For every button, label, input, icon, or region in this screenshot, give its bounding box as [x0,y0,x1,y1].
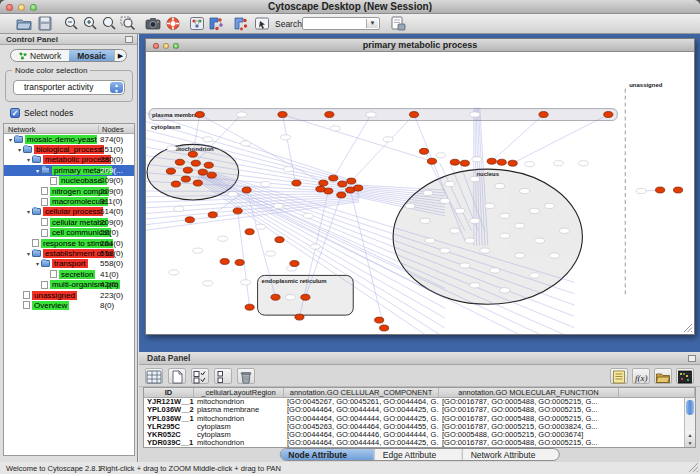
network-node-selected-function[interactable] [380,325,389,331]
zoom-selected-icon[interactable] [101,16,117,31]
layout-icon[interactable] [208,16,224,31]
frame-resize-grip[interactable] [683,323,693,333]
network-node-selected-function[interactable] [301,294,310,300]
function-builder-icon[interactable]: f(x) [632,368,650,384]
network-node[interactable] [440,198,450,203]
network-node[interactable] [520,188,530,193]
network-node[interactable] [480,248,490,253]
open-icon[interactable] [16,16,32,31]
network-node[interactable] [470,283,480,288]
expand-arrow-icon[interactable]: ▾ [7,136,14,143]
network-node[interactable] [470,218,480,223]
network-node[interactable] [203,137,213,142]
network-node[interactable] [515,223,525,228]
network-node[interactable] [405,203,415,208]
network-node-selected-function[interactable] [175,159,184,165]
zoom-fit-icon[interactable] [120,16,136,31]
network-node[interactable] [550,253,560,258]
network-node-selected-function[interactable] [233,208,242,214]
chevron-down-icon[interactable]: ▼ [366,19,378,28]
network-node[interactable] [274,203,284,208]
network-node-selected-function[interactable] [319,180,328,186]
network-node[interactable] [535,238,545,243]
network-node[interactable] [490,268,500,273]
network-node-selected-function[interactable] [171,181,180,187]
expand-arrow-icon[interactable]: ▾ [25,208,32,215]
network-node-selected-function[interactable] [325,112,334,118]
network-node-selected-function[interactable] [195,112,204,118]
network-node[interactable] [436,153,446,158]
network-node[interactable] [554,161,564,166]
network-node-selected-function[interactable] [316,186,325,192]
network-node[interactable] [470,177,480,182]
attribute-matrix-icon[interactable] [676,368,694,384]
network-tree-row[interactable]: response to stimulu264(0) [4,238,134,248]
search-combobox[interactable]: ▼ [302,17,380,30]
tab-node-attribute-browser[interactable]: Node Attribute Browser [280,449,375,460]
table-row[interactable]: YKR052Ccytoplasm[GO:0044464, GO:0044446,… [144,431,695,439]
network-node-selected-function[interactable] [245,304,254,310]
network-node-selected-function[interactable] [181,176,190,182]
network-node[interactable] [530,208,540,213]
column-header[interactable]: annotation.GO MOLECULAR_FUNCTION [439,388,619,397]
network-node[interactable] [485,203,495,208]
network-node-selected-function[interactable] [278,112,287,118]
help-icon[interactable] [165,16,181,31]
network-node-selected-function[interactable] [427,158,436,164]
snapshot-icon[interactable] [145,16,161,31]
select-attributes-icon[interactable] [191,368,209,384]
network-node[interactable] [167,146,177,151]
network-node-selected-function[interactable] [235,260,244,266]
network-node-selected-function[interactable] [450,159,459,165]
network-node-selected-function[interactable] [604,112,613,118]
network-node-selected-function[interactable] [183,167,192,173]
network-node[interactable] [203,281,213,286]
window-titlebar[interactable]: Cytoscape Desktop (New Session) [0,0,700,14]
network-node[interactable] [218,236,228,241]
network-node[interactable] [193,248,203,253]
network-node-selected-function[interactable] [198,169,207,175]
window-resize-grip[interactable] [688,462,699,473]
network-node[interactable] [285,295,295,300]
network-node[interactable] [281,135,291,140]
network-node[interactable] [237,112,247,117]
network-node-selected-function[interactable] [338,181,347,187]
network-node[interactable] [420,218,430,223]
network-node[interactable] [241,141,251,146]
network-node-selected-function[interactable] [290,261,299,267]
table-scrollbar[interactable]: ▲▼ [684,398,695,447]
tab-mosaic[interactable]: Mosaic [69,50,114,61]
network-tree-row[interactable]: ▾metabolic process280(0) [4,155,134,165]
network-tree-row[interactable]: cell communicat22(0) [4,228,134,238]
network-node-selected-function[interactable] [188,151,197,157]
expand-arrow-icon[interactable]: ▾ [34,260,41,267]
network-node-selected-function[interactable] [508,160,517,166]
compartment-nucleus[interactable] [393,169,582,304]
network-tree-row[interactable]: ▾establishment of lo558(0) [4,248,134,258]
network-node[interactable] [450,228,460,233]
network-node[interactable] [472,157,482,162]
network-node-selected-function[interactable] [185,217,194,223]
table-row[interactable]: YPL036W__1mitochondrion[GO:0044464, GO:0… [144,415,695,423]
network-node-selected-function[interactable] [208,212,217,218]
network-node-selected-function[interactable] [329,175,338,181]
network-node[interactable] [366,112,376,117]
network-node[interactable] [500,233,510,238]
float-panel-icon[interactable] [125,36,133,43]
network-node[interactable] [525,162,535,167]
network-node-selected-function[interactable] [295,314,304,320]
network-node[interactable] [465,238,475,243]
network-tree-row[interactable]: ▾mosaic-demo-yeast874(0) [4,134,134,144]
delete-attribute-icon[interactable] [237,368,255,384]
network-node[interactable] [174,206,184,211]
node-color-select[interactable]: transporter activity ▲▼ [13,80,125,95]
expand-arrow-icon[interactable]: ▾ [16,146,23,153]
tab-network-attribute-browser[interactable]: Network Attribute Browser [463,449,559,460]
network-node-selected-function[interactable] [193,180,202,186]
network-node[interactable] [330,126,340,131]
network-node-selected-function[interactable] [220,259,229,265]
network-node[interactable] [310,244,320,249]
network-node[interactable] [169,270,179,275]
network-node-selected-function[interactable] [460,160,469,166]
unselect-attributes-icon[interactable] [214,368,232,384]
